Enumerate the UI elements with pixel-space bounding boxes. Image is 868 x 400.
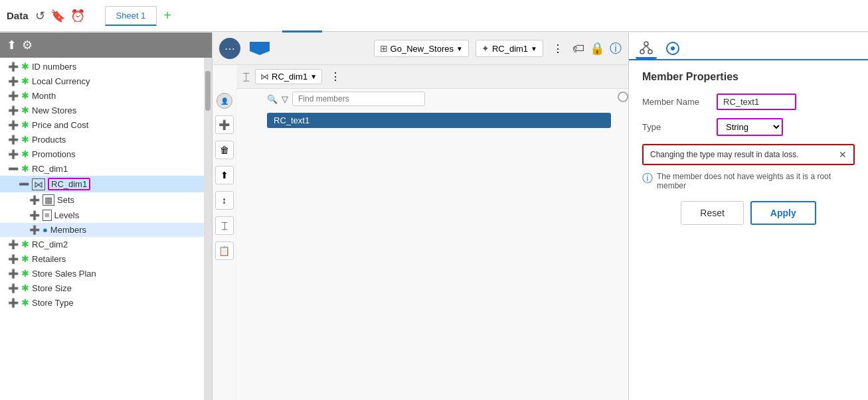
right-tab-eye[interactable] [662, 38, 683, 59]
more-options-button[interactable]: ⋮ [550, 42, 566, 55]
plus-icon: ➕ [8, 105, 19, 115]
sidebar-item-retailers[interactable]: ➕ ✱ Retailers [0, 251, 204, 266]
sidebar-item-new-stores[interactable]: ➕ ✱ New Stores [0, 103, 204, 117]
plus-icon: ➕ [29, 195, 40, 205]
sidebar-item-sets[interactable]: ➕ ▦ Sets [0, 192, 204, 208]
info-text: The member does not have weights as it i… [657, 172, 855, 190]
sidebar-item-local-currency[interactable]: ➕ ✱ Local Currency [0, 74, 204, 88]
right-tab-hierarchy[interactable] [636, 38, 657, 59]
sidebar-item-label: RC_dim1 [32, 164, 68, 174]
filter-icon: ▽ [282, 94, 288, 104]
find-input[interactable] [292, 92, 425, 106]
dimension-icon: ✱ [21, 239, 29, 249]
plus-icon: ➕ [8, 62, 19, 72]
sidebar-header: ⬆ ⚙ [0, 33, 212, 58]
sidebar-item-label: Store Size [32, 283, 72, 293]
scroll-indicator [618, 92, 628, 102]
move-button[interactable]: ↕ [215, 191, 234, 210]
add-member-button[interactable]: ➕ [215, 115, 234, 134]
delete-member-button[interactable]: 🗑 [215, 141, 234, 159]
sidebar-item-members[interactable]: ➕ ● Members [0, 223, 204, 237]
blue-marker [250, 42, 270, 55]
type-select[interactable]: String Number Date [717, 118, 783, 136]
lock-icon[interactable]: 🔒 [590, 41, 604, 56]
plus-icon: ➕ [8, 91, 19, 101]
add-tab-button[interactable]: + [159, 8, 175, 23]
sidebar-item-promotions[interactable]: ➕ ✱ Promotions [0, 147, 204, 161]
tab-sheet1[interactable]: Sheet 1 [105, 6, 157, 26]
sidebar-item-rc-dim2[interactable]: ➕ ✱ RC_dim2 [0, 237, 204, 251]
sidebar-item-store-size[interactable]: ➕ ✱ Store Size [0, 281, 204, 295]
warning-close-button[interactable]: ✕ [839, 149, 847, 160]
sidebar-item-label: Month [32, 91, 56, 101]
sub-dimension-dropdown[interactable]: ⋈ RC_dim1 ▼ [255, 69, 322, 84]
sidebar-item-id-numbers[interactable]: ➕ ✱ ID numbers [0, 59, 204, 74]
sub-more-button[interactable]: ⋮ [327, 70, 343, 83]
dimension-icon: ✱ [21, 149, 29, 159]
sidebar-item-price-cost[interactable]: ➕ ✱ Price and Cost [0, 117, 204, 132]
warning-box: Changing the type may result in data los… [642, 144, 855, 165]
reset-button[interactable]: Reset [681, 201, 744, 225]
move-up-button[interactable]: ⬆ [215, 166, 234, 184]
type-select-wrap: String Number Date [717, 118, 783, 136]
svg-point-1 [640, 50, 644, 54]
center-dots-button[interactable]: ⋯ [219, 38, 240, 59]
clock-icon[interactable]: ⏰ [70, 9, 85, 23]
sidebar-item-label: Members [50, 225, 86, 235]
plus-icon: ➕ [29, 210, 40, 220]
sidebar-item-month[interactable]: ➕ ✱ Month [0, 88, 204, 103]
right-panel: Member Properties Member Name RC_text1 T… [629, 33, 868, 400]
svg-point-0 [644, 42, 648, 46]
hierarchy-tab-icon [639, 40, 653, 55]
dimension-icon-boxed: ⋈ [32, 178, 45, 190]
sidebar-item-products[interactable]: ➕ ✱ Products [0, 132, 204, 147]
copy-button[interactable]: 📋 [215, 241, 234, 260]
sidebar-item-label: Levels [54, 210, 80, 220]
dimension-dropdown[interactable]: ✦ RC_dim1 ▼ [476, 40, 543, 57]
tab-area: Sheet 1 + [105, 6, 176, 26]
sidebar-item-label: New Stores [32, 105, 76, 115]
plus-icon: ➕ [8, 239, 19, 249]
dimension-icon: ✱ [21, 163, 29, 174]
dimension-icon: ✱ [21, 283, 29, 293]
dimension-caret: ▼ [531, 45, 537, 52]
datasource-dropdown[interactable]: ⊞ Go_New_Stores ▼ [374, 40, 469, 57]
sidebar-item-label: Sets [57, 195, 74, 205]
sidebar-back-icon[interactable]: ⬆ [7, 38, 17, 52]
dimension-icon: ✱ [21, 134, 29, 145]
hierarchy-icon: ⌶ [243, 71, 250, 83]
refresh-icon[interactable]: ↺ [35, 9, 45, 23]
member-row-rc-text1[interactable]: RC_text1 [267, 113, 611, 128]
top-bar: Data ↺ 🔖 ⏰ Sheet 1 + [0, 0, 868, 32]
member-name-value: RC_text1 [717, 94, 796, 110]
data-panel-title: Data [7, 10, 29, 21]
info-circle-icon: ⓘ [642, 172, 653, 186]
apply-button[interactable]: Apply [750, 201, 816, 225]
sidebar-item-store-sales-plan[interactable]: ➕ ✱ Store Sales Plan [0, 266, 204, 281]
sidebar-item-label: Local Currency [32, 76, 90, 86]
info-icon[interactable]: ⓘ [610, 40, 622, 56]
top-bar-icons: ↺ 🔖 ⏰ [35, 9, 85, 23]
sidebar-item-store-type[interactable]: ➕ ✱ Store Type [0, 295, 204, 310]
sidebar-item-rc-dim1-child[interactable]: ➖ ⋈ RC_dim1 [0, 176, 204, 192]
tag-icon[interactable]: 🏷 [572, 42, 584, 56]
dimension-icon: ✱ [21, 119, 29, 130]
sidebar-item-label: RC_dim2 [32, 239, 68, 249]
datasource-caret: ▼ [456, 45, 463, 52]
bookmark-icon[interactable]: 🔖 [50, 9, 65, 23]
members-list: RC_text1 [260, 109, 618, 400]
svg-point-2 [648, 50, 652, 54]
sidebar-item-rc-dim1-parent[interactable]: ➖ ✱ RC_dim1 [0, 161, 204, 176]
sidebar-item-label: Store Sales Plan [32, 269, 96, 279]
sidebar-gear-icon[interactable]: ⚙ [22, 38, 33, 52]
info-box: ⓘ The member does not have weights as it… [642, 172, 855, 190]
main-content: ⬆ ⚙ ➕ ✱ ID numbers ➕ ✱ Local Currency [0, 33, 868, 400]
dimension-icon: ✱ [21, 105, 29, 115]
hierarchy-action-button[interactable]: ⌶ [215, 216, 234, 235]
sidebar-item-levels[interactable]: ➕ ≡ Levels [0, 208, 204, 223]
plus-icon: ➕ [8, 298, 19, 308]
minus-icon: ➖ [19, 179, 29, 189]
center-panel: ⋯ ⊞ Go_New_Stores ▼ ✦ RC_dim1 ▼ ⋮ 🏷 🔒 ⓘ [213, 33, 629, 400]
sidebar: ⬆ ⚙ ➕ ✱ ID numbers ➕ ✱ Local Currency [0, 33, 213, 400]
sidebar-scrollbar[interactable] [204, 58, 212, 400]
